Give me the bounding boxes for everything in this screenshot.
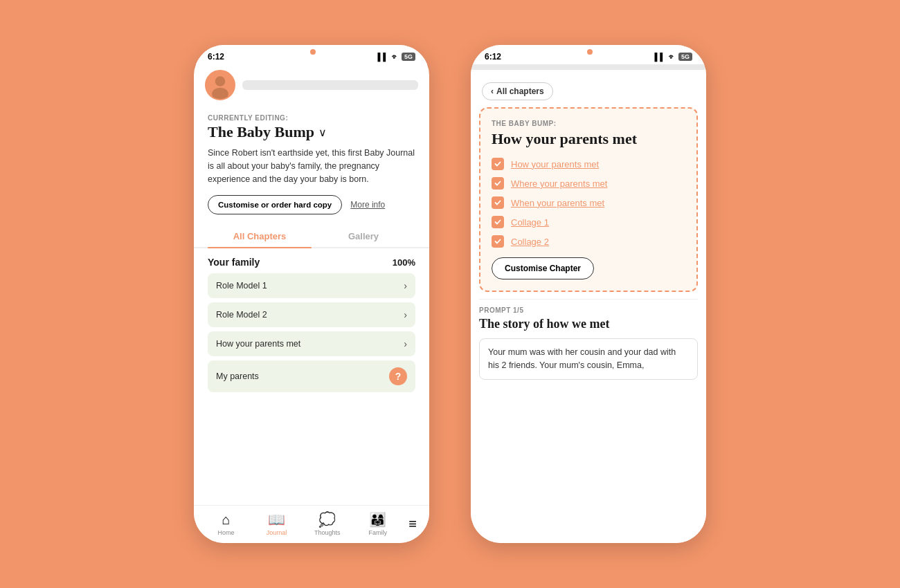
dashed-card: THE BABY BUMP: How your parents met How … bbox=[479, 107, 698, 292]
more-info-link[interactable]: More info bbox=[350, 200, 385, 210]
phone-2: 6:12 ▌▌ ᯤ 5G ‹ All chapters THE BABY BUM… bbox=[471, 45, 706, 543]
family-icon: 👨‍👩‍👧 bbox=[369, 511, 386, 528]
status-bar-1: 6:12 ▌▌ ᯤ 5G bbox=[194, 45, 429, 64]
header-bar bbox=[242, 80, 418, 90]
checkbox-0 bbox=[492, 158, 504, 170]
notch-dot-2 bbox=[587, 49, 593, 55]
section-percentage: 100% bbox=[393, 257, 415, 268]
notch-dot-1 bbox=[310, 49, 316, 55]
notch-2 bbox=[557, 45, 620, 59]
back-all-chapters-button[interactable]: ‹ All chapters bbox=[482, 82, 553, 100]
checklist-item-2[interactable]: When your parents met bbox=[492, 196, 685, 209]
nav-thoughts-label: Thoughts bbox=[314, 529, 341, 536]
bottom-nav: ⌂ Home 📖 Journal 💭 Thoughts 👨‍👩‍👧 Family… bbox=[194, 505, 429, 543]
nav-journal-label: Journal bbox=[267, 529, 287, 536]
prompt-title: The story of how we met bbox=[479, 317, 698, 331]
nav-home[interactable]: ⌂ Home bbox=[201, 512, 251, 536]
customise-order-button[interactable]: Customise or order hard copy bbox=[208, 195, 342, 214]
hamburger-button[interactable]: ≡ bbox=[403, 513, 422, 535]
time-2: 6:12 bbox=[485, 52, 501, 62]
checklist: How your parents met Where your parents … bbox=[492, 158, 685, 248]
prompt-section: PROMPT 1/5 The story of how we met Your … bbox=[479, 306, 698, 380]
home-icon: ⌂ bbox=[222, 512, 230, 528]
nav-thoughts[interactable]: 💭 Thoughts bbox=[302, 511, 352, 536]
wifi-icon-2: ᯤ bbox=[668, 53, 676, 61]
time-1: 6:12 bbox=[208, 52, 224, 62]
checkbox-2 bbox=[492, 196, 504, 209]
back-chevron-icon: ‹ bbox=[491, 86, 494, 96]
status-icons-1: ▌▌ ᯤ 5G bbox=[377, 53, 415, 61]
checkbox-1 bbox=[492, 177, 504, 190]
cta-row: Customise or order hard copy More info bbox=[194, 195, 429, 214]
prompt-text[interactable]: Your mum was with her cousin and your da… bbox=[479, 338, 698, 380]
currently-editing: CURRENTLY EDITING: The Baby Bump ∨ Since… bbox=[194, 106, 429, 185]
journal-title-row: The Baby Bump ∨ bbox=[208, 123, 415, 141]
phone2-content: ‹ All chapters THE BABY BUMP: How your p… bbox=[471, 64, 706, 543]
nav-journal[interactable]: 📖 Journal bbox=[251, 511, 302, 536]
card-title: How your parents met bbox=[492, 130, 685, 148]
journal-icon: 📖 bbox=[268, 511, 285, 528]
question-badge: ? bbox=[389, 367, 407, 385]
chapter-item-parents-met[interactable]: How your parents met › bbox=[208, 331, 415, 356]
checklist-item-1[interactable]: Where your parents met bbox=[492, 177, 685, 190]
battery-badge-2: 5G bbox=[678, 53, 692, 61]
gray-top-bar bbox=[471, 64, 706, 70]
back-bar: ‹ All chapters bbox=[471, 75, 706, 107]
chevron-right-icon: › bbox=[404, 280, 407, 291]
chapter-item-my-parents[interactable]: My parents ? bbox=[208, 360, 415, 392]
currently-editing-label: CURRENTLY EDITING: bbox=[208, 114, 415, 122]
phone-1: 6:12 ▌▌ ᯤ 5G CURRENTLY EDITING: bbox=[194, 45, 429, 543]
customise-chapter-button[interactable]: Customise Chapter bbox=[492, 257, 594, 279]
checklist-label-3: Collage 1 bbox=[511, 217, 549, 228]
tabs-row: All Chapters Gallery bbox=[194, 226, 429, 248]
signal-icon: ▌▌ bbox=[377, 53, 388, 61]
chapter-section-header: Your family 100% bbox=[208, 257, 415, 268]
status-icons-2: ▌▌ ᯤ 5G bbox=[654, 53, 692, 61]
chapter-item-role-model-1[interactable]: Role Model 1 › bbox=[208, 273, 415, 298]
prompt-label: PROMPT 1/5 bbox=[479, 306, 698, 314]
signal-icon-2: ▌▌ bbox=[654, 53, 665, 61]
status-bar-2: 6:12 ▌▌ ᯤ 5G bbox=[471, 45, 706, 64]
svg-point-1 bbox=[215, 76, 226, 86]
chapter-list: Role Model 1 › Role Model 2 › How your p… bbox=[208, 273, 415, 392]
separator bbox=[479, 299, 698, 300]
checklist-item-3[interactable]: Collage 1 bbox=[492, 216, 685, 228]
checkbox-4 bbox=[492, 235, 504, 248]
chevron-right-icon: › bbox=[404, 338, 407, 349]
notch-1 bbox=[280, 45, 343, 59]
journal-title: The Baby Bump bbox=[208, 123, 314, 141]
checkbox-3 bbox=[492, 216, 504, 228]
checklist-label-2: When your parents met bbox=[511, 198, 604, 208]
chevron-down-icon[interactable]: ∨ bbox=[318, 126, 327, 139]
checklist-item-4[interactable]: Collage 2 bbox=[492, 235, 685, 248]
battery-badge-1: 5G bbox=[402, 53, 415, 61]
avatar[interactable] bbox=[205, 70, 235, 100]
thoughts-icon: 💭 bbox=[318, 511, 336, 528]
nav-family[interactable]: 👨‍👩‍👧 Family bbox=[352, 511, 403, 536]
card-subtitle: THE BABY BUMP: bbox=[492, 120, 685, 127]
phone1-content: CURRENTLY EDITING: The Baby Bump ∨ Since… bbox=[194, 64, 429, 543]
tab-all-chapters[interactable]: All Chapters bbox=[208, 226, 312, 247]
checklist-label-1: Where your parents met bbox=[511, 178, 607, 189]
chapter-item-role-model-2[interactable]: Role Model 2 › bbox=[208, 302, 415, 327]
description: Since Robert isn't earthside yet, this f… bbox=[208, 147, 415, 185]
chevron-right-icon: › bbox=[404, 309, 407, 320]
section-title: Your family bbox=[208, 257, 260, 268]
tab-gallery[interactable]: Gallery bbox=[312, 226, 415, 247]
nav-family-label: Family bbox=[369, 529, 388, 536]
phone1-header bbox=[194, 64, 429, 106]
wifi-icon: ᯤ bbox=[391, 53, 399, 61]
nav-home-label: Home bbox=[218, 529, 235, 536]
checklist-label-0: How your parents met bbox=[511, 159, 599, 169]
chapter-section: Your family 100% Role Model 1 › Role Mod… bbox=[194, 248, 429, 392]
checklist-label-4: Collage 2 bbox=[511, 237, 549, 247]
checklist-item-0[interactable]: How your parents met bbox=[492, 158, 685, 170]
